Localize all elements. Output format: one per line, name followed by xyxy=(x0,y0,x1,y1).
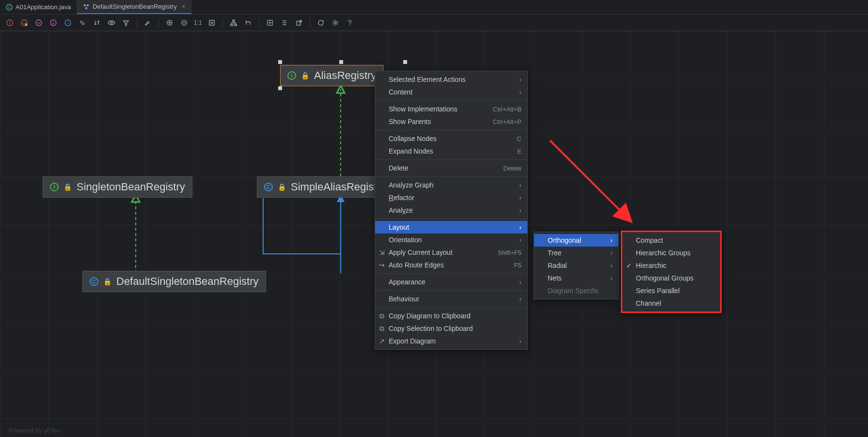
close-icon[interactable]: × xyxy=(182,3,186,10)
funnel-icon[interactable] xyxy=(121,18,131,28)
filter-inner-icon[interactable]: I xyxy=(63,18,73,28)
shortcut-label: Shift+F5 xyxy=(498,249,521,256)
link-icon[interactable] xyxy=(78,18,87,28)
menu-item-apply-current-layout[interactable]: ⇲Apply Current LayoutShift+F5 xyxy=(375,246,527,259)
resize-handle[interactable] xyxy=(278,60,282,64)
menu-item-export-diagram[interactable]: ↗Export Diagram› xyxy=(375,335,527,347)
menu-item-label: Show Implementations xyxy=(389,105,458,113)
node-defaultsingletonbeanregistry[interactable]: C 🔒 DefaultSingletonBeanRegistry xyxy=(82,271,266,292)
watermark: Powered by yFiles xyxy=(9,427,60,434)
menu-item-layout[interactable]: Layout› xyxy=(375,221,527,234)
sort-icon[interactable] xyxy=(92,18,102,28)
menu-item-orientation[interactable]: Orientation› xyxy=(375,234,527,246)
menu-item-content[interactable]: Content› xyxy=(375,86,527,98)
filter-methods2-icon[interactable]: m xyxy=(34,18,44,28)
separator xyxy=(158,18,159,27)
menu-item-label: Analyze xyxy=(389,206,413,214)
menu-item-hierarchic[interactable]: ✓Hierarchic xyxy=(622,259,720,272)
node-label: SingletonBeanRegistry xyxy=(77,181,185,193)
zoom-in-icon[interactable] xyxy=(165,18,174,28)
svg-rect-20 xyxy=(233,20,235,21)
menu-item-copy-diagram-to-clipboard[interactable]: ⧉Copy Diagram to Clipboard xyxy=(375,310,527,322)
zoom-out-icon[interactable] xyxy=(179,18,189,28)
shortcut-label: Delete xyxy=(503,165,521,172)
menu-item-behaviour[interactable]: Behaviour› xyxy=(375,293,527,305)
menu-item-label: Orthogonal Groups xyxy=(636,274,694,282)
interface-icon: I xyxy=(287,71,296,80)
menu-item-label: Hierarchic xyxy=(636,262,666,269)
menu-item-label: Delete xyxy=(389,164,408,172)
separator xyxy=(375,159,527,160)
wrench-icon[interactable] xyxy=(143,18,153,28)
menu-item-orthogonal-groups[interactable]: Orthogonal Groups xyxy=(622,272,720,284)
tab-a01application[interactable]: C A01Application.java xyxy=(0,0,77,14)
node-aliasregistry[interactable]: I 🔒 AliasRegistry xyxy=(280,65,383,86)
svg-rect-4 xyxy=(85,7,87,9)
filter-fields-icon[interactable]: f xyxy=(5,18,15,28)
node-simplealiasregistry[interactable]: C 🔒 SimpleAliasRegistry xyxy=(257,176,393,198)
resize-handle[interactable] xyxy=(403,60,407,64)
menu-item-show-parents[interactable]: Show ParentsCtrl+Alt+P xyxy=(375,115,527,128)
chevron-right-icon: › xyxy=(610,249,613,257)
svg-rect-22 xyxy=(235,24,237,26)
separator xyxy=(375,290,527,291)
menu-item-radial[interactable]: Radial› xyxy=(534,259,618,272)
lock-icon: 🔒 xyxy=(301,72,309,79)
menu-item-delete[interactable]: DeleteDelete xyxy=(375,162,527,174)
diagram-icon xyxy=(83,3,90,10)
menu-item-analyze[interactable]: Analyze› xyxy=(375,204,527,217)
chevron-right-icon: › xyxy=(610,236,613,244)
menu-item-collapse-nodes[interactable]: Collapse NodesC xyxy=(375,132,527,145)
zoom-actual-button[interactable]: 1:1 xyxy=(194,18,202,28)
tab-bar: C A01Application.java DefaultSingletonBe… xyxy=(0,0,868,15)
menu-item-appearance[interactable]: Appearance› xyxy=(375,276,527,288)
gear-icon[interactable] xyxy=(331,18,340,28)
resize-handle[interactable] xyxy=(339,60,343,64)
menu-item-selected-element-actions[interactable]: Selected Element Actions› xyxy=(375,73,527,86)
route-icon[interactable] xyxy=(243,18,253,28)
menu-item-channel[interactable]: Channel xyxy=(622,297,720,310)
menu-item-label: Expand Nodes xyxy=(389,147,433,155)
chevron-right-icon: › xyxy=(519,76,521,83)
menu-item-analyze-graph[interactable]: Analyze Graph› xyxy=(375,179,527,191)
svg-point-16 xyxy=(110,22,112,24)
menu-item-label: Export Diagram xyxy=(389,337,436,345)
separator xyxy=(310,18,310,27)
chevron-right-icon: › xyxy=(610,274,613,282)
menu-item-refactor[interactable]: Refactor› xyxy=(375,191,527,204)
menu-item-copy-selection-to-clipboard[interactable]: ⧉Copy Selection to Clipboard xyxy=(375,322,527,335)
menu-item-label: Hierarchic Groups xyxy=(636,249,691,257)
eye-icon[interactable] xyxy=(107,18,116,28)
context-menu: Selected Element Actions›Content›Show Im… xyxy=(375,71,528,350)
menu-item-series-parallel[interactable]: Series Parallel xyxy=(622,284,720,297)
separator xyxy=(222,18,223,27)
menu-item-label: Copy Diagram to Clipboard xyxy=(389,312,471,320)
export-icon[interactable] xyxy=(294,18,304,28)
svg-rect-3 xyxy=(87,4,89,6)
tab-defaultsingleton[interactable]: DefaultSingletonBeanRegistry × xyxy=(77,0,191,14)
filter-methods-icon[interactable]: m xyxy=(19,18,29,28)
lock-icon: 🔒 xyxy=(103,278,111,285)
menu-item-label: Auto Route Edges xyxy=(389,261,444,269)
resize-handle[interactable] xyxy=(278,86,282,90)
fit-icon[interactable] xyxy=(207,18,217,28)
node-singletonbeanregistry[interactable]: I 🔒 SingletonBeanRegistry xyxy=(43,176,192,198)
filter-properties-icon[interactable]: p xyxy=(48,18,58,28)
menu-item-orthogonal[interactable]: Orthogonal› xyxy=(534,234,618,247)
menu-item-tree[interactable]: Tree› xyxy=(534,247,618,259)
menu-item-show-implementations[interactable]: Show ImplementationsCtrl+Alt+B xyxy=(375,103,527,115)
menu-item-compact[interactable]: Compact xyxy=(622,234,720,247)
chevron-right-icon: › xyxy=(610,262,613,269)
menu-item-auto-route-edges[interactable]: ↪Auto Route EdgesF5 xyxy=(375,259,527,271)
menu-item-nets[interactable]: Nets› xyxy=(534,272,618,284)
grid-icon[interactable] xyxy=(265,18,275,28)
context-submenu-layout: Orthogonal›Tree›Radial›Nets›Diagram Spec… xyxy=(534,232,619,299)
shortcut-label: E xyxy=(517,148,521,155)
menu-item-expand-nodes[interactable]: Expand NodesE xyxy=(375,145,527,157)
refresh-icon[interactable] xyxy=(316,18,326,28)
menu-item-hierarchic-groups[interactable]: Hierarchic Groups xyxy=(622,247,720,259)
menu-item-label: Nets xyxy=(548,274,562,282)
list-icon[interactable] xyxy=(280,18,289,28)
layout-tree-icon[interactable] xyxy=(229,18,238,28)
help-icon[interactable]: ? xyxy=(345,18,355,28)
